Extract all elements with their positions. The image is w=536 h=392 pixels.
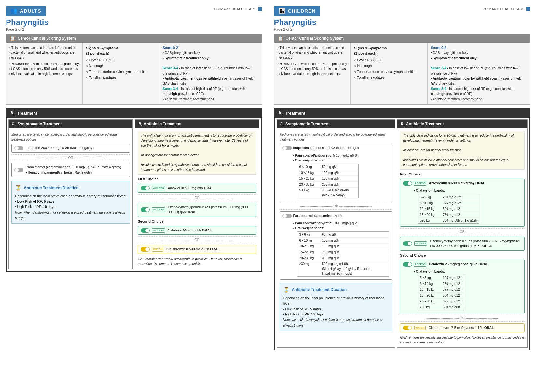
children-sym-header: Rx Symptomatic Treatment	[277, 120, 395, 128]
adults-subtitle: Page 2 of 2	[6, 27, 262, 31]
adults-phenoxy-drug: ACCESS Phenoxymethylpenicillin (as potas…	[138, 203, 256, 217]
adults-first-choice-label: First Choice	[138, 176, 256, 182]
adults-clarithro-toggle	[141, 247, 150, 252]
children-cefalexin-item: ACCESS Cefalexin 25 mg/kg/dose q12h ORAL…	[400, 260, 525, 314]
adults-duration-box: ⏳ Antibiotic Treatment Duration Dependin…	[11, 181, 130, 224]
children-phc-square	[526, 7, 530, 11]
children-panel: 👨‍👧 CHILDREN PRIMARY HEALTH CARE Pharyng…	[268, 0, 536, 392]
adults-icon: 👥	[10, 7, 18, 14]
children-badge: 👨‍👧 CHILDREN	[274, 6, 321, 16]
children-cef-weight-table: 3-<6 kg125 mg q12h 6-<10 kg250 mg q12h 1…	[418, 275, 464, 310]
adults-badge: 👥 ADULTS	[6, 6, 46, 16]
adults-paracetamol-toggle	[14, 168, 23, 172]
children-ibup-toggle	[282, 146, 292, 150]
children-sym-body: Medicines are listed in alphabetical ord…	[277, 128, 395, 334]
children-second-choice-label: Second Choice	[400, 253, 525, 258]
children-antibiotic-col: Rx Antibiotic Treatment The only clear i…	[397, 119, 528, 348]
adults-hourglass-icon: ⏳	[15, 184, 21, 192]
children-ibup-weight-table: 6-<10 kg50 mg q8h 10-<15 kg100 mg q8h 15…	[297, 164, 359, 198]
adults-panel: 👥 ADULTS PRIMARY HEALTH CARE Pharyngitis…	[0, 0, 268, 392]
adults-treatment-outer: Rx Treatment Rx Symptomatic Treatment Me…	[6, 108, 262, 272]
adults-abx-italic-note: The only clear indication for antibiotic…	[138, 131, 256, 175]
adults-treatment-header: Rx Treatment	[7, 108, 261, 118]
adults-cefalexin-drug: ACCESS Cefalexin 500 mg q8h ORAL	[138, 226, 256, 235]
adults-clarithro-watch: WATCH	[152, 247, 163, 252]
adults-centor-box: 📋 Centor Clinical Scoring System • This …	[6, 34, 262, 105]
children-centor-col2: Signs & Symptoms(1 point each) Fever > 3…	[351, 43, 428, 104]
children-amox-access: ACCESS	[414, 181, 426, 186]
children-abx-body: The only clear indication for antibiotic…	[397, 128, 527, 347]
adults-phenoxy-toggle	[141, 207, 150, 212]
children-abx-italic-note: The only clear indication for antibiotic…	[400, 131, 525, 170]
children-centor-col1: • This system can help indicate infectio…	[274, 43, 351, 104]
children-amox-item: ACCESS Amoxicillin 80-90 mg/kg/day ORAL …	[400, 179, 525, 227]
children-hourglass-icon: ⏳	[283, 286, 290, 294]
children-centor-icon: 📋	[278, 36, 283, 41]
children-amox-toggle	[403, 181, 412, 186]
adults-footer-note: GAS remains universally susceptible to p…	[138, 257, 256, 266]
adults-or1: ------------------------------ OR ------…	[11, 154, 130, 161]
children-duration-header: ⏳ Antibiotic Treatment Duration	[283, 286, 389, 294]
adults-abx-header: Rx Antibiotic Treatment	[135, 120, 259, 128]
adults-abx-body: The only clear indication for antibiotic…	[135, 128, 259, 269]
adults-amox-access: ACCESS	[152, 186, 165, 190]
children-centor-box: 📋 Centor Clinical Scoring System • This …	[274, 34, 530, 105]
children-clarithro-item: WATCH Clarithromycin 7.5 mg/kg/dose q12h…	[400, 323, 525, 332]
adults-phc-square	[258, 7, 262, 11]
children-sym-or1: ------------------------------ OR ------…	[280, 203, 392, 210]
children-phenoxy-item: ACCESS Phenoxymethylpenicillin (as potas…	[400, 237, 525, 251]
adults-centor-col1: • This system can help indicate infectio…	[6, 43, 83, 104]
children-treatment-outer: Rx Treatment Rx Symptomatic Treatment Me…	[274, 108, 530, 350]
adults-antibiotic-col: Rx Antibiotic Treatment The only clear i…	[135, 119, 259, 269]
adults-centor-col3: Score 0-2 • GAS pharyngitis unlikely• Sy…	[159, 43, 262, 104]
adults-clarithro-drug: WATCH Clarithromycin 500 mg q12h ORAL	[138, 245, 256, 254]
children-centor-header: 📋 Centor Clinical Scoring System	[274, 34, 530, 43]
adults-ibuprofen-drug: Ibuprofen 200-400 mg q6-8h (Max 2.4 g/da…	[11, 144, 130, 153]
adults-cefalexin-toggle	[141, 228, 150, 233]
children-para-weight-table: 3-<6 kg60 mg q6h 6-<10 kg100 mg q6h 10-<…	[297, 231, 390, 277]
children-centor-col3: Score 0-2 • GAS pharyngitis unlikely• Sy…	[428, 43, 530, 104]
children-subtitle: Page 2 of 2	[274, 27, 530, 31]
children-phenoxy-toggle	[403, 241, 412, 246]
adults-symptomatic-col: Rx Symptomatic Treatment Medicines are l…	[8, 119, 133, 269]
adults-duration-header: ⏳ Antibiotic Treatment Duration	[15, 184, 126, 192]
children-page-title: Pharyngitis	[274, 18, 530, 27]
adults-abx-or2: ------------------------------ OR ------…	[138, 236, 256, 243]
children-amox-weight-table: 3-<6 kg250 mg q12h 6-<10 kg375 mg q12h 1…	[418, 194, 479, 224]
adults-centor-col2: Signs & Symptoms(1 point each) Fever > 3…	[83, 43, 159, 104]
children-clarithro-watch: WATCH	[414, 326, 426, 330]
adults-second-choice-label: Second Choice	[138, 219, 256, 224]
adults-page-title: Pharyngitis	[6, 18, 262, 27]
adults-ibuprofen-toggle	[14, 146, 23, 150]
adults-abx-or1: ------------------------------ OR ------…	[138, 194, 256, 201]
children-treatment-header: Rx Treatment	[275, 108, 530, 118]
children-cef-access: ACCESS	[414, 262, 426, 267]
children-footer-note: GAS remains universally susceptible to p…	[400, 335, 525, 345]
children-abx-or1: ------------------------------ OR ------…	[400, 228, 525, 235]
children-symptomatic-col: Rx Symptomatic Treatment Medicines are l…	[277, 119, 395, 348]
adults-centor-header: 📋 Centor Clinical Scoring System	[6, 34, 262, 43]
adults-sym-header: Rx Symptomatic Treatment	[9, 120, 132, 128]
adults-amoxicillin-drug: ACCESS Amoxicillin 500 mg q8h ORAL	[138, 184, 256, 193]
children-clarithro-toggle	[403, 326, 412, 330]
children-ibuprofen-item: Ibuprofen (do not use if <3 months of ag…	[280, 144, 392, 201]
children-icon: 👨‍👧	[279, 7, 286, 14]
adults-phenoxy-access: ACCESS	[152, 207, 165, 212]
adults-centor-icon: 📋	[9, 36, 15, 41]
children-para-toggle	[282, 214, 292, 218]
children-abx-header: Rx Antibiotic Treatment	[397, 120, 527, 128]
children-duration-box: ⏳ Antibiotic Treatment Duration Dependin…	[280, 283, 392, 331]
adults-paracetamol-drug: Paracetamol (acetaminophen) 500 mg-1 g q…	[11, 163, 130, 177]
children-paracetamol-item: Paracetamol (acetaminophen) • Pain contr…	[280, 211, 392, 280]
adults-phc-label: PRIMARY HEALTH CARE	[214, 7, 256, 11]
children-phenoxy-access: ACCESS	[414, 241, 427, 246]
children-cef-toggle	[403, 262, 412, 267]
adults-amox-toggle	[141, 186, 150, 190]
children-abx-or2: ------------------------------ OR ------…	[400, 315, 525, 322]
children-first-choice-label: First Choice	[400, 172, 525, 177]
adults-sym-body: Medicines are listed in alphabetical ord…	[9, 128, 132, 226]
children-phc-label: PRIMARY HEALTH CARE	[483, 7, 525, 11]
adults-cefalexin-access: ACCESS	[152, 228, 165, 233]
